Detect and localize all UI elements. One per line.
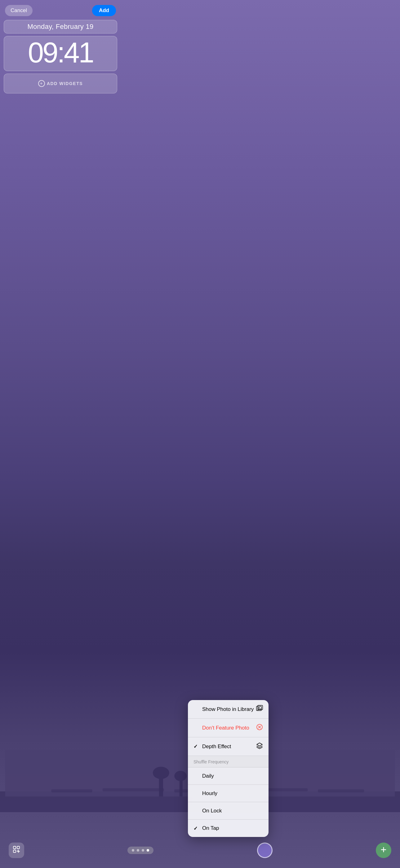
add-widgets-icon: + [38,80,45,87]
add-button[interactable]: Add [92,5,116,16]
add-widgets-button[interactable]: + ADD WIDGETS [38,80,83,87]
widget-area[interactable]: + ADD WIDGETS [4,73,117,93]
top-bar: Cancel Add [4,5,117,16]
time-display: 09:41 [8,37,113,68]
date-widget[interactable]: Monday, February 19 [4,20,117,34]
add-widgets-label: ADD WIDGETS [47,81,83,86]
cancel-button[interactable]: Cancel [5,5,33,16]
date-display: Monday, February 19 [27,23,93,30]
time-widget[interactable]: 09:41 [4,36,117,71]
